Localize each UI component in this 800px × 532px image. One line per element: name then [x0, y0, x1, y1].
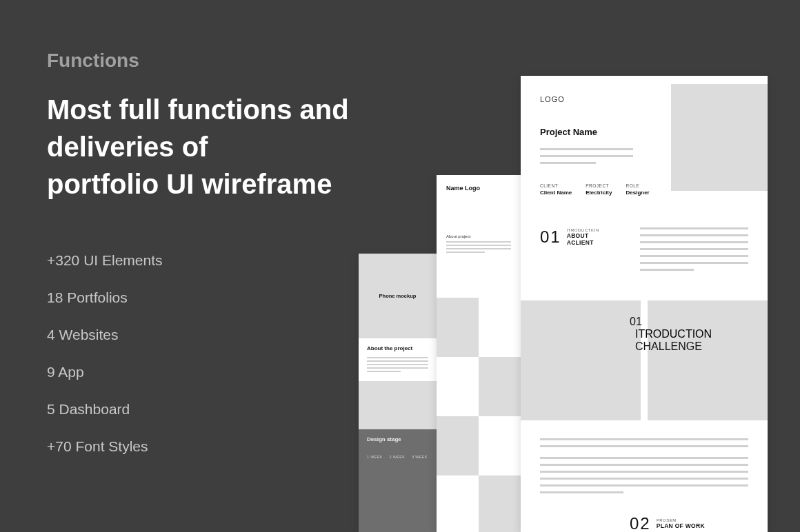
feature-item: +70 Font Styles	[47, 438, 378, 455]
wireframe-card-small: Phone mockup About the project Design st…	[359, 254, 437, 532]
name-logo-label: Name Logo	[446, 185, 511, 192]
placeholder-lines	[367, 357, 428, 372]
section-title: ABOUT ACLIENT	[567, 232, 610, 246]
section-number: 01	[540, 227, 561, 247]
feature-list: +320 UI Elements 18 Portfolios 4 Website…	[47, 252, 378, 455]
hero-image-placeholder	[671, 84, 768, 191]
about-project-subtitle: About project	[446, 234, 511, 238]
feature-item: +320 UI Elements	[47, 252, 378, 269]
image-placeholder	[359, 381, 437, 429]
image-placeholder	[479, 475, 521, 532]
about-project-heading: About the project	[367, 345, 428, 351]
feature-item: 5 Dashboard	[47, 401, 378, 418]
project-name-heading: Project Name	[540, 127, 652, 137]
section-number: 01	[630, 316, 712, 328]
image-placeholder	[521, 300, 641, 420]
eyebrow-label: Functions	[47, 50, 378, 72]
feature-item: 18 Portfolios	[47, 289, 378, 306]
placeholder-lines	[540, 438, 748, 493]
meta-value: Client Name	[540, 190, 572, 196]
week-label: 3 WEEK	[412, 455, 428, 459]
placeholder-lines	[446, 241, 511, 253]
image-placeholder	[437, 298, 479, 357]
placeholder-lines	[640, 227, 748, 276]
design-stage-heading: Design stage	[367, 436, 428, 442]
section-number: 02	[630, 514, 651, 532]
image-placeholder	[479, 357, 521, 416]
phone-mockup-label: Phone mockup	[379, 293, 417, 299]
text-panel: Functions Most full functions and delive…	[47, 50, 378, 475]
meta-value: Designer	[626, 190, 649, 196]
phone-mockup-placeholder: Phone mockup	[359, 254, 437, 338]
design-stage-block: Design stage 1 WEEK 2 WEEK 3 WEEK	[359, 429, 437, 532]
section-label: ITRODUCTION	[635, 328, 712, 340]
project-meta: CLIENT Client Name PROJECT Electricity R…	[540, 183, 652, 196]
image-grid	[437, 298, 521, 532]
wireframe-card-large: LOGO Project Name CLIENT Client Name PRO…	[521, 76, 768, 532]
section-about-client: 01 ITRODUCTION ABOUT ACLIENT	[540, 227, 748, 276]
meta-value: Electricity	[586, 190, 612, 196]
feature-item: 9 App	[47, 364, 378, 380]
feature-item: 4 Websites	[47, 327, 378, 343]
week-label: 2 WEEK	[390, 455, 406, 459]
meta-label: ROLE	[626, 183, 649, 188]
placeholder-lines	[540, 148, 633, 164]
section-plan-of-work: 02 PROSEM PLAN OF WORK	[630, 514, 748, 532]
meta-label: PROJECT	[586, 183, 612, 188]
meta-label: CLIENT	[540, 183, 572, 188]
section-title: PLAN OF WORK	[657, 522, 705, 529]
week-label: 1 WEEK	[367, 455, 383, 459]
image-placeholder	[437, 416, 479, 475]
section-title: CHALLENGE	[635, 340, 712, 353]
week-columns: 1 WEEK 2 WEEK 3 WEEK	[367, 455, 428, 459]
wireframe-card-medium: Name Logo About project	[437, 175, 521, 532]
headline: Most full functions and deliveries of po…	[47, 91, 378, 203]
